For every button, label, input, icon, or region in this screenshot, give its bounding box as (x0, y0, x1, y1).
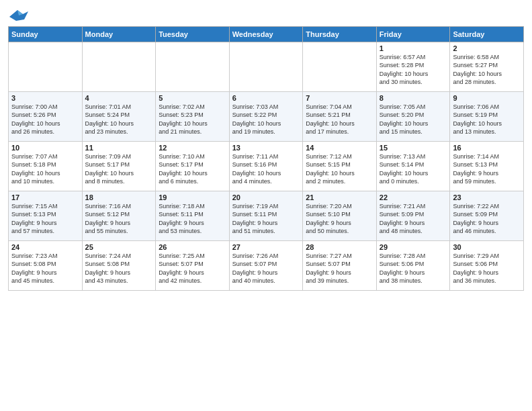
calendar-cell: 29Sunrise: 7:28 AM Sunset: 5:06 PM Dayli… (376, 240, 450, 290)
day-info: Sunrise: 7:21 AM Sunset: 5:09 PM Dayligh… (380, 202, 447, 236)
day-info: Sunrise: 7:04 AM Sunset: 5:21 PM Dayligh… (306, 103, 373, 136)
day-number: 20 (232, 193, 300, 201)
day-info: Sunrise: 7:03 AM Sunset: 5:22 PM Dayligh… (232, 103, 300, 136)
day-number: 9 (453, 94, 521, 102)
day-info: Sunrise: 7:29 AM Sunset: 5:06 PM Dayligh… (453, 252, 521, 285)
day-info: Sunrise: 7:09 AM Sunset: 5:17 PM Dayligh… (85, 152, 153, 186)
header-day-thursday: Thursday (303, 26, 377, 42)
logo-text (8, 9, 28, 24)
day-number: 16 (453, 144, 521, 152)
day-info: Sunrise: 7:14 AM Sunset: 5:13 PM Dayligh… (453, 152, 521, 186)
day-info: Sunrise: 7:18 AM Sunset: 5:11 PM Dayligh… (159, 202, 226, 236)
day-number: 6 (232, 94, 300, 102)
calendar-week-1: 1Sunrise: 6:57 AM Sunset: 5:28 PM Daylig… (9, 42, 524, 91)
day-info: Sunrise: 7:12 AM Sunset: 5:15 PM Dayligh… (306, 152, 373, 186)
day-number: 14 (306, 144, 373, 152)
day-number: 8 (380, 94, 447, 102)
calendar-cell: 25Sunrise: 7:24 AM Sunset: 5:08 PM Dayli… (82, 240, 156, 290)
calendar-week-4: 17Sunrise: 7:15 AM Sunset: 5:13 PM Dayli… (9, 191, 524, 240)
day-number: 7 (306, 94, 373, 102)
day-number: 10 (11, 144, 79, 152)
calendar-cell: 9Sunrise: 7:06 AM Sunset: 5:19 PM Daylig… (450, 91, 524, 141)
calendar-cell: 30Sunrise: 7:29 AM Sunset: 5:06 PM Dayli… (450, 240, 524, 290)
day-number: 4 (85, 94, 153, 102)
header-day-saturday: Saturday (450, 26, 524, 42)
calendar-cell: 20Sunrise: 7:19 AM Sunset: 5:11 PM Dayli… (229, 191, 303, 240)
day-number: 3 (11, 94, 79, 102)
calendar-week-5: 24Sunrise: 7:23 AM Sunset: 5:08 PM Dayli… (9, 240, 524, 290)
day-number: 1 (380, 44, 447, 52)
day-info: Sunrise: 7:13 AM Sunset: 5:14 PM Dayligh… (380, 152, 447, 186)
day-number: 30 (453, 243, 521, 251)
header-day-friday: Friday (376, 26, 450, 42)
calendar-cell: 8Sunrise: 7:05 AM Sunset: 5:20 PM Daylig… (376, 91, 450, 141)
header-day-tuesday: Tuesday (156, 26, 230, 42)
day-info: Sunrise: 7:27 AM Sunset: 5:07 PM Dayligh… (306, 252, 373, 285)
calendar-cell: 2Sunrise: 6:58 AM Sunset: 5:27 PM Daylig… (450, 42, 524, 91)
day-number: 23 (453, 193, 521, 201)
calendar-cell (229, 42, 303, 91)
calendar-week-2: 3Sunrise: 7:00 AM Sunset: 5:26 PM Daylig… (9, 91, 524, 141)
calendar-cell: 21Sunrise: 7:20 AM Sunset: 5:10 PM Dayli… (303, 191, 377, 240)
day-info: Sunrise: 7:10 AM Sunset: 5:17 PM Dayligh… (159, 152, 226, 186)
logo-bird-icon (9, 10, 28, 24)
calendar-cell: 27Sunrise: 7:26 AM Sunset: 5:07 PM Dayli… (229, 240, 303, 290)
calendar-cell (9, 42, 83, 91)
calendar-cell: 6Sunrise: 7:03 AM Sunset: 5:22 PM Daylig… (229, 91, 303, 141)
day-number: 5 (159, 94, 226, 102)
day-info: Sunrise: 7:23 AM Sunset: 5:08 PM Dayligh… (11, 252, 79, 285)
calendar-cell: 19Sunrise: 7:18 AM Sunset: 5:11 PM Dayli… (156, 191, 230, 240)
day-info: Sunrise: 6:58 AM Sunset: 5:27 PM Dayligh… (453, 53, 521, 87)
calendar-week-3: 10Sunrise: 7:07 AM Sunset: 5:18 PM Dayli… (9, 141, 524, 191)
day-number: 11 (85, 144, 153, 152)
day-info: Sunrise: 7:28 AM Sunset: 5:06 PM Dayligh… (380, 252, 447, 285)
logo (8, 9, 28, 21)
calendar-cell: 16Sunrise: 7:14 AM Sunset: 5:13 PM Dayli… (450, 141, 524, 191)
day-info: Sunrise: 6:57 AM Sunset: 5:28 PM Dayligh… (380, 53, 447, 87)
calendar-header-row: SundayMondayTuesdayWednesdayThursdayFrid… (9, 26, 524, 42)
header-day-wednesday: Wednesday (229, 26, 303, 42)
day-info: Sunrise: 7:16 AM Sunset: 5:12 PM Dayligh… (85, 202, 153, 236)
day-number: 24 (11, 243, 79, 251)
day-number: 15 (380, 144, 447, 152)
calendar-cell: 3Sunrise: 7:00 AM Sunset: 5:26 PM Daylig… (9, 91, 83, 141)
calendar-cell: 22Sunrise: 7:21 AM Sunset: 5:09 PM Dayli… (376, 191, 450, 240)
day-number: 21 (306, 193, 373, 201)
day-number: 19 (159, 193, 226, 201)
day-info: Sunrise: 7:25 AM Sunset: 5:07 PM Dayligh… (159, 252, 226, 285)
header-day-monday: Monday (82, 26, 156, 42)
calendar-cell (303, 42, 377, 91)
calendar-cell: 5Sunrise: 7:02 AM Sunset: 5:23 PM Daylig… (156, 91, 230, 141)
day-number: 29 (380, 243, 447, 251)
day-info: Sunrise: 7:07 AM Sunset: 5:18 PM Dayligh… (11, 152, 79, 186)
calendar-cell: 1Sunrise: 6:57 AM Sunset: 5:28 PM Daylig… (376, 42, 450, 91)
calendar-cell: 4Sunrise: 7:01 AM Sunset: 5:24 PM Daylig… (82, 91, 156, 141)
day-info: Sunrise: 7:22 AM Sunset: 5:09 PM Dayligh… (453, 202, 521, 236)
day-number: 18 (85, 193, 153, 201)
day-info: Sunrise: 7:02 AM Sunset: 5:23 PM Dayligh… (159, 103, 226, 136)
calendar-cell: 7Sunrise: 7:04 AM Sunset: 5:21 PM Daylig… (303, 91, 377, 141)
header-day-sunday: Sunday (9, 26, 83, 42)
day-number: 27 (232, 243, 300, 251)
day-info: Sunrise: 7:11 AM Sunset: 5:16 PM Dayligh… (232, 152, 300, 186)
calendar-cell: 15Sunrise: 7:13 AM Sunset: 5:14 PM Dayli… (376, 141, 450, 191)
day-info: Sunrise: 7:05 AM Sunset: 5:20 PM Dayligh… (380, 103, 447, 136)
day-info: Sunrise: 7:19 AM Sunset: 5:11 PM Dayligh… (232, 202, 300, 236)
calendar-cell: 18Sunrise: 7:16 AM Sunset: 5:12 PM Dayli… (82, 191, 156, 240)
day-number: 13 (232, 144, 300, 152)
calendar-cell: 14Sunrise: 7:12 AM Sunset: 5:15 PM Dayli… (303, 141, 377, 191)
day-info: Sunrise: 7:15 AM Sunset: 5:13 PM Dayligh… (11, 202, 79, 236)
day-info: Sunrise: 7:26 AM Sunset: 5:07 PM Dayligh… (232, 252, 300, 285)
calendar-cell: 10Sunrise: 7:07 AM Sunset: 5:18 PM Dayli… (9, 141, 83, 191)
day-number: 26 (159, 243, 226, 251)
day-info: Sunrise: 7:01 AM Sunset: 5:24 PM Dayligh… (85, 103, 153, 136)
day-info: Sunrise: 7:20 AM Sunset: 5:10 PM Dayligh… (306, 202, 373, 236)
header (8, 7, 524, 21)
calendar-cell: 28Sunrise: 7:27 AM Sunset: 5:07 PM Dayli… (303, 240, 377, 290)
calendar-cell: 23Sunrise: 7:22 AM Sunset: 5:09 PM Dayli… (450, 191, 524, 240)
calendar-cell: 26Sunrise: 7:25 AM Sunset: 5:07 PM Dayli… (156, 240, 230, 290)
day-number: 12 (159, 144, 226, 152)
day-number: 2 (453, 44, 521, 52)
calendar-cell (156, 42, 230, 91)
day-number: 25 (85, 243, 153, 251)
